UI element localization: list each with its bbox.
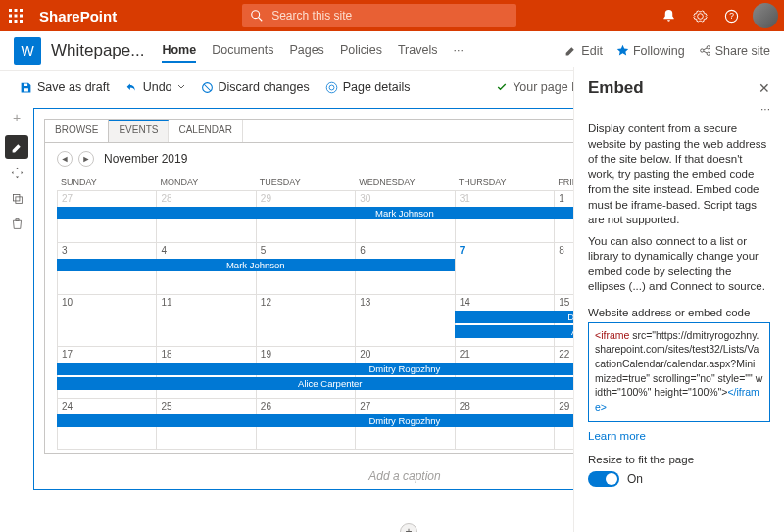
- search-placeholder: Search this site: [271, 9, 352, 23]
- svg-rect-8: [20, 20, 23, 23]
- embed-code-input[interactable]: <iframe src="https://dmitryrogozhny.shar…: [588, 322, 770, 422]
- svg-line-10: [259, 18, 263, 22]
- svg-rect-2: [20, 9, 23, 12]
- tab-browse[interactable]: BROWSE: [45, 120, 109, 142]
- panel-more-icon[interactable]: ···: [588, 102, 770, 116]
- discard-button[interactable]: Discard changes: [195, 76, 316, 98]
- calendar-event[interactable]: Mark Johnson: [57, 259, 455, 271]
- svg-rect-7: [15, 20, 18, 23]
- search-icon: [250, 9, 264, 23]
- webpart-toolbar: +: [0, 104, 33, 532]
- day-cell[interactable]: 10: [57, 295, 156, 346]
- search-input[interactable]: Search this site: [242, 4, 516, 27]
- tab-calendar[interactable]: CALENDAR: [169, 120, 242, 142]
- svg-line-17: [704, 51, 707, 53]
- nav-pages[interactable]: Pages: [289, 39, 323, 63]
- learn-more-link[interactable]: Learn more: [588, 430, 770, 442]
- next-month-button[interactable]: ►: [78, 151, 94, 167]
- month-label: November 2019: [104, 152, 187, 166]
- svg-point-20: [326, 82, 337, 93]
- svg-point-9: [252, 11, 260, 19]
- undo-button[interactable]: Undo: [120, 76, 191, 98]
- suite-title[interactable]: SharePoint: [31, 8, 124, 24]
- close-panel-icon[interactable]: ✕: [759, 80, 770, 96]
- day-header: TUESDAY: [256, 174, 355, 190]
- page-details-button[interactable]: Page details: [319, 76, 416, 98]
- svg-rect-22: [15, 196, 22, 203]
- svg-rect-5: [20, 15, 23, 18]
- edit-nav-button[interactable]: Edit: [564, 44, 603, 58]
- nav-more[interactable]: ···: [453, 39, 463, 63]
- svg-line-16: [704, 48, 707, 50]
- notifications-icon[interactable]: [653, 0, 684, 31]
- day-header: WEDNESDAY: [355, 174, 454, 190]
- site-header: W Whitepape... Home Documents Pages Poli…: [0, 31, 784, 71]
- suite-bar: SharePoint Search this site ?: [0, 0, 784, 31]
- calendar-event[interactable]: Alice Carpenter: [57, 377, 604, 390]
- save-draft-button[interactable]: Save as draft: [14, 76, 116, 98]
- prev-month-button[interactable]: ◄: [57, 151, 73, 167]
- day-header: SUNDAY: [57, 174, 156, 190]
- add-section-icon[interactable]: +: [13, 110, 21, 125]
- duplicate-webpart-icon[interactable]: [5, 186, 28, 210]
- app-launcher-icon[interactable]: [0, 0, 31, 31]
- day-cell[interactable]: 12: [256, 295, 355, 346]
- panel-desc-2: You can also connect to a list or librar…: [588, 234, 770, 295]
- following-button[interactable]: Following: [616, 44, 685, 58]
- help-icon[interactable]: ?: [715, 0, 747, 31]
- day-cell[interactable]: 11: [156, 295, 255, 346]
- nav-documents[interactable]: Documents: [212, 39, 273, 63]
- embed-field-label: Website address or embed code: [588, 307, 770, 318]
- day-cell[interactable]: 13: [355, 295, 454, 346]
- edit-webpart-icon[interactable]: [5, 135, 28, 159]
- svg-rect-6: [9, 20, 12, 23]
- site-nav: Home Documents Pages Policies Travels ··…: [162, 39, 463, 63]
- svg-rect-4: [15, 15, 18, 18]
- svg-point-15: [707, 52, 710, 55]
- site-name[interactable]: Whitepape...: [51, 41, 144, 61]
- svg-rect-21: [13, 194, 20, 201]
- panel-title: Embed: [588, 78, 644, 98]
- nav-travels[interactable]: Travels: [398, 39, 438, 63]
- svg-point-13: [700, 49, 703, 52]
- toggle-state: On: [627, 472, 643, 486]
- svg-rect-0: [9, 9, 12, 12]
- resize-label: Resize to fit the page: [588, 454, 770, 465]
- day-header: THURSDAY: [455, 174, 554, 190]
- share-site-button[interactable]: Share site: [699, 44, 770, 58]
- resize-toggle[interactable]: [588, 471, 619, 487]
- settings-icon[interactable]: [684, 0, 715, 31]
- panel-desc-1: Display content from a secure website by…: [588, 121, 770, 228]
- property-panel: Embed ✕ ··· Display content from a secur…: [573, 67, 784, 532]
- day-cell[interactable]: 7: [455, 243, 554, 294]
- svg-rect-1: [15, 9, 18, 12]
- move-webpart-icon[interactable]: [5, 161, 28, 184]
- nav-home[interactable]: Home: [162, 39, 196, 63]
- svg-rect-3: [9, 15, 12, 18]
- add-webpart-button[interactable]: +: [400, 523, 417, 532]
- svg-text:?: ?: [729, 11, 734, 21]
- day-header: MONDAY: [156, 174, 255, 190]
- svg-line-19: [204, 84, 211, 91]
- site-logo[interactable]: W: [14, 37, 41, 65]
- delete-webpart-icon[interactable]: [5, 212, 28, 235]
- user-avatar[interactable]: [753, 3, 778, 28]
- tab-events[interactable]: EVENTS: [109, 120, 169, 142]
- nav-policies[interactable]: Policies: [340, 39, 382, 63]
- svg-point-14: [707, 46, 710, 49]
